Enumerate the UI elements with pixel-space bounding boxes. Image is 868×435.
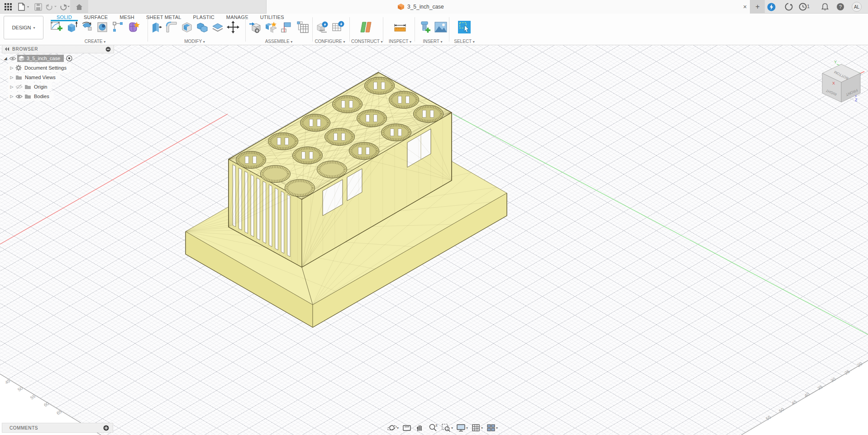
group-assemble: ASSEMBLE ▾: [248, 19, 310, 44]
browser-item-named-views[interactable]: ▷ Named Views: [2, 73, 114, 82]
collapsed-arrow-icon[interactable]: ▷: [8, 75, 15, 80]
view-cube[interactable]: BOTTOM RIGHT FRONT Y X Z: [822, 60, 864, 102]
save-icon[interactable]: [33, 1, 43, 12]
extrude-icon[interactable]: [65, 20, 78, 34]
group-label-create[interactable]: CREATE ▾: [50, 39, 140, 44]
group-inspect: INSPECT ▾: [386, 19, 415, 44]
motion-study-icon[interactable]: [296, 20, 310, 34]
component-cube-icon: [19, 56, 24, 61]
shell-icon[interactable]: [180, 20, 193, 34]
y-axis-line: [453, 114, 868, 335]
viewport-canvas[interactable]: 45 50 55 60 65 20 25 30 35 40 45 50 55: [0, 45, 868, 435]
eye-icon[interactable]: [15, 94, 23, 99]
redo-icon[interactable]: [57, 1, 71, 12]
x-axis-line: [0, 114, 228, 244]
group-select: SELECT ▾: [452, 19, 477, 44]
collapsed-arrow-icon[interactable]: ▷: [8, 66, 15, 70]
joint-icon[interactable]: [264, 20, 278, 34]
collapse-panel-icon[interactable]: [5, 47, 10, 51]
selected-component-chip[interactable]: 3_5_inch_case: [17, 55, 64, 62]
group-label-select[interactable]: SELECT ▾: [452, 39, 477, 44]
clock-badge: 1: [807, 4, 810, 9]
home-tab[interactable]: [70, 0, 88, 14]
construction-plane-icon[interactable]: [360, 20, 373, 34]
close-tab-button[interactable]: ×: [739, 0, 750, 14]
new-tab-button[interactable]: +: [750, 0, 765, 14]
configuration-icon[interactable]: [315, 20, 329, 34]
eye-icon[interactable]: [9, 56, 16, 61]
measure-icon[interactable]: [393, 20, 407, 34]
insert-image-icon[interactable]: [434, 20, 448, 34]
document-title: 3_5_inch_case: [397, 0, 444, 14]
browser-item-document-settings[interactable]: ▷ Document Settings: [2, 63, 114, 72]
offset-face-icon[interactable]: [211, 20, 224, 34]
browser-item-root[interactable]: ◢ 3_5_inch_case: [2, 54, 114, 63]
viewports-tool[interactable]: ▾: [485, 423, 499, 433]
avatar[interactable]: AL: [852, 2, 862, 12]
bell-icon[interactable]: [820, 2, 830, 12]
group-label-insert[interactable]: INSERT ▾: [417, 39, 448, 44]
create-sketch-icon[interactable]: [50, 20, 63, 34]
browser-header[interactable]: BROWSER: [2, 45, 114, 53]
svg-text:±: ±: [435, 423, 438, 427]
joint-origin-icon[interactable]: [280, 20, 294, 34]
display-settings-tool[interactable]: ▾: [455, 423, 469, 433]
viewcube-y-label: Y: [834, 60, 837, 64]
group-label-construct[interactable]: CONSTRUCT ▾: [351, 39, 382, 44]
eye-slash-icon[interactable]: [15, 84, 23, 90]
group-modify: MODIFY ▾: [149, 19, 240, 44]
create-form-icon[interactable]: [127, 20, 140, 34]
comments-bar[interactable]: COMMENTS: [2, 423, 113, 433]
app-grid-icon[interactable]: [3, 1, 14, 12]
browser-item-bodies[interactable]: ▷ Bodies: [2, 92, 114, 101]
group-label-configure[interactable]: CONFIGURE ▾: [314, 39, 346, 44]
group-label-inspect[interactable]: INSPECT ▾: [386, 39, 415, 44]
expand-arrow-icon[interactable]: ◢: [2, 56, 9, 61]
viewcube-x-label: X: [832, 81, 835, 85]
undo-icon[interactable]: [44, 1, 58, 12]
rectangular-pattern-icon[interactable]: [112, 20, 125, 34]
activate-component-radio[interactable]: [66, 55, 72, 61]
hole-icon[interactable]: [96, 20, 110, 34]
browser-item-origin[interactable]: ▷ Origin: [2, 82, 114, 91]
collapsed-arrow-icon[interactable]: ▷: [8, 94, 15, 99]
move-icon[interactable]: [227, 20, 240, 34]
revolve-icon[interactable]: [81, 20, 94, 34]
new-component-icon[interactable]: [248, 20, 262, 34]
gear-icon: [15, 65, 22, 71]
zoom-tool[interactable]: ±: [427, 423, 439, 433]
folder-icon: [15, 75, 22, 80]
title-bar: 3_5_inch_case × + 1 ? AL: [0, 0, 868, 14]
insert-fastener-icon[interactable]: [418, 20, 432, 34]
configuration-table-icon[interactable]: [331, 20, 345, 34]
press-pull-icon[interactable]: [149, 20, 162, 34]
notifications-clock-icon[interactable]: [798, 2, 808, 12]
group-construct: CONSTRUCT ▾: [351, 19, 382, 44]
active-document-tab[interactable]: [266, 0, 750, 14]
fillet-icon[interactable]: [165, 20, 178, 34]
add-comment-icon[interactable]: [103, 425, 109, 431]
grid-settings-tool[interactable]: ▾: [470, 423, 484, 433]
navigation-bar: ▾ ± ▾ ▾ ▾ ▾: [386, 422, 499, 434]
combine-icon[interactable]: [196, 20, 209, 34]
svg-text:?: ?: [839, 4, 842, 9]
group-create: CREATE ▾: [50, 19, 140, 44]
look-at-tool[interactable]: [401, 423, 413, 433]
group-label-assemble[interactable]: ASSEMBLE ▾: [248, 39, 310, 44]
viewcube-z-label: Z: [855, 98, 858, 102]
fit-tool[interactable]: ▾: [440, 423, 454, 433]
ribbon-toolbar: DESIGN▾ SOLID SURFACE MESH SHEET METAL P…: [0, 14, 868, 45]
group-configure: CONFIGURE ▾: [314, 19, 346, 44]
extensions-icon[interactable]: [766, 2, 776, 12]
collapsed-arrow-icon[interactable]: ▷: [8, 85, 15, 89]
browser-panel: BROWSER ◢ 3_5_inch_case ▷ Document Setti…: [2, 45, 114, 101]
group-label-modify[interactable]: MODIFY ▾: [149, 39, 240, 44]
select-icon[interactable]: [458, 20, 471, 34]
help-icon[interactable]: ?: [835, 2, 845, 12]
orbit-tool[interactable]: ▾: [386, 423, 400, 433]
design-workspace-menu[interactable]: DESIGN▾: [4, 16, 43, 39]
job-status-icon[interactable]: [784, 2, 794, 12]
minimize-panel-icon[interactable]: [105, 47, 111, 52]
file-menu-icon[interactable]: [16, 1, 32, 12]
pan-tool[interactable]: [414, 423, 426, 433]
